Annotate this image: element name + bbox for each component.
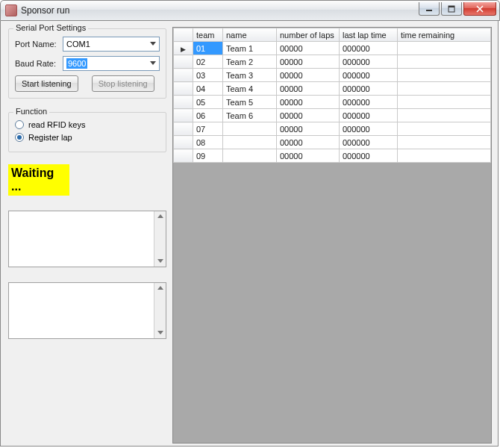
row-header[interactable] — [174, 42, 193, 55]
cell-remaining[interactable] — [398, 42, 491, 55]
col-laps[interactable]: number of laps — [277, 28, 340, 42]
cell-remaining[interactable] — [398, 96, 491, 109]
cell-team[interactable]: 09 — [193, 149, 223, 163]
cell-name[interactable]: Team 2 — [223, 55, 277, 69]
cell-name[interactable]: Team 6 — [223, 109, 277, 122]
cell-name[interactable] — [223, 136, 277, 149]
cell-team[interactable]: 01 — [193, 42, 223, 55]
cell-team[interactable]: 06 — [193, 109, 223, 122]
scrollbar[interactable] — [154, 283, 166, 338]
cell-team[interactable]: 07 — [193, 122, 223, 136]
row-header[interactable] — [174, 149, 193, 163]
col-name[interactable]: name — [223, 28, 277, 42]
row-header[interactable] — [174, 136, 193, 149]
row-header[interactable] — [174, 55, 193, 69]
cell-team[interactable]: 05 — [193, 96, 223, 109]
start-listening-button[interactable]: Start listening — [15, 75, 78, 92]
cell-remaining[interactable] — [398, 122, 491, 136]
data-grid[interactable]: team name number of laps last lap time t… — [172, 27, 492, 444]
cell-laps[interactable]: 00000 — [277, 149, 340, 163]
close-button[interactable] — [463, 2, 496, 16]
register-lap-option[interactable]: Register lap — [15, 133, 160, 142]
cell-name[interactable]: Team 3 — [223, 69, 277, 82]
right-pane: team name number of laps last lap time t… — [172, 21, 498, 446]
cell-last[interactable]: 000000 — [340, 149, 398, 163]
cell-last[interactable]: 000000 — [340, 109, 398, 122]
col-team[interactable]: team — [193, 28, 223, 42]
function-group: Function read RFID keys Register lap — [8, 112, 166, 152]
cell-team[interactable]: 04 — [193, 82, 223, 96]
radio-icon — [15, 120, 24, 129]
cell-team[interactable]: 02 — [193, 55, 223, 69]
svg-marker-10 — [157, 331, 163, 335]
table-row[interactable]: 0700000000000 — [174, 122, 491, 136]
scroll-down-icon[interactable] — [154, 256, 166, 267]
table-row[interactable]: 02Team 200000000000 — [174, 55, 491, 69]
cell-laps[interactable]: 00000 — [277, 82, 340, 96]
header-row: team name number of laps last lap time t… — [174, 28, 491, 42]
table-row[interactable]: 0900000000000 — [174, 149, 491, 163]
titlebar[interactable]: Sponsor run — [0, 0, 500, 21]
cell-laps[interactable]: 00000 — [277, 109, 340, 122]
table-row[interactable]: 06Team 600000000000 — [174, 109, 491, 122]
cell-laps[interactable]: 00000 — [277, 55, 340, 69]
stop-listening-button[interactable]: Stop listening — [92, 75, 154, 92]
maximize-button[interactable] — [441, 2, 462, 16]
table-row[interactable]: 01Team 100000000000 — [174, 42, 491, 55]
cell-remaining[interactable] — [398, 149, 491, 163]
cell-laps[interactable]: 00000 — [277, 69, 340, 82]
log-textbox-2[interactable] — [8, 282, 166, 339]
svg-marker-9 — [157, 286, 163, 290]
cell-last[interactable]: 000000 — [340, 136, 398, 149]
col-remaining[interactable]: time remaining — [398, 28, 491, 42]
cell-name[interactable] — [223, 122, 277, 136]
cell-name[interactable] — [223, 149, 277, 163]
svg-marker-8 — [157, 259, 163, 263]
col-last[interactable]: last lap time — [340, 28, 398, 42]
row-header[interactable] — [174, 109, 193, 122]
cell-remaining[interactable] — [398, 55, 491, 69]
cell-last[interactable]: 000000 — [340, 55, 398, 69]
cell-name[interactable]: Team 1 — [223, 42, 277, 55]
scroll-down-icon[interactable] — [154, 328, 166, 338]
svg-marker-5 — [150, 42, 156, 46]
cell-last[interactable]: 000000 — [340, 42, 398, 55]
scroll-up-icon[interactable] — [154, 211, 166, 222]
cell-last[interactable]: 000000 — [340, 82, 398, 96]
baud-rate-value: 9600 — [66, 58, 87, 69]
cell-laps[interactable]: 00000 — [277, 122, 340, 136]
read-rfid-option[interactable]: read RFID keys — [15, 120, 160, 129]
svg-marker-7 — [157, 214, 163, 218]
cell-laps[interactable]: 00000 — [277, 42, 340, 55]
cell-remaining[interactable] — [398, 82, 491, 96]
close-icon — [476, 5, 484, 13]
cell-name[interactable]: Team 5 — [223, 96, 277, 109]
cell-laps[interactable]: 00000 — [277, 136, 340, 149]
row-header[interactable] — [174, 122, 193, 136]
table-row[interactable]: 03Team 300000000000 — [174, 69, 491, 82]
cell-team[interactable]: 03 — [193, 69, 223, 82]
log-textbox-1[interactable] — [8, 211, 166, 267]
cell-remaining[interactable] — [398, 109, 491, 122]
table-row[interactable]: 0800000000000 — [174, 136, 491, 149]
cell-name[interactable]: Team 4 — [223, 82, 277, 96]
scroll-up-icon[interactable] — [154, 283, 166, 293]
cell-last[interactable]: 000000 — [340, 69, 398, 82]
cell-remaining[interactable] — [398, 136, 491, 149]
baud-rate-combo[interactable]: 9600 — [63, 56, 160, 71]
cell-laps[interactable]: 00000 — [277, 96, 340, 109]
cell-team[interactable]: 08 — [193, 136, 223, 149]
window-controls — [419, 2, 496, 16]
row-header[interactable] — [174, 82, 193, 96]
minimize-button[interactable] — [419, 2, 440, 16]
cell-last[interactable]: 000000 — [340, 96, 398, 109]
port-name-value: COM1 — [66, 40, 90, 49]
row-header[interactable] — [174, 69, 193, 82]
port-name-combo[interactable]: COM1 — [63, 37, 160, 52]
row-header[interactable] — [174, 96, 193, 109]
scrollbar[interactable] — [154, 211, 166, 267]
table-row[interactable]: 04Team 400000000000 — [174, 82, 491, 96]
cell-last[interactable]: 000000 — [340, 122, 398, 136]
table-row[interactable]: 05Team 500000000000 — [174, 96, 491, 109]
cell-remaining[interactable] — [398, 69, 491, 82]
